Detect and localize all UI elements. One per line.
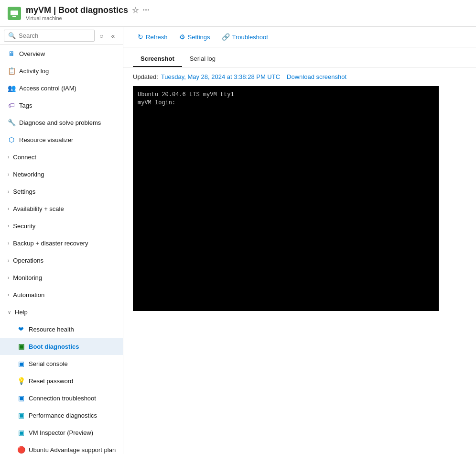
sidebar-item[interactable]: 🏷 Tags <box>0 97 123 114</box>
sidebar-item-label: Backup + disaster recovery <box>13 240 88 247</box>
sidebar-item-vm-inspector[interactable]: ▣ VM Inspector (Preview) <box>0 424 123 441</box>
title-text: myVM | Boot diagnostics <box>26 5 128 15</box>
sidebar-item-serial-console[interactable]: ▣ Serial console <box>0 355 123 372</box>
sidebar-item-label: Activity log <box>19 67 49 75</box>
sidebar-item-label: Connection troubleshoot <box>29 395 96 402</box>
screenshot-container: Ubuntu 20.04.6 LTS myVM tty1 myVM login: <box>133 86 466 311</box>
subtitle-text: Virtual machine <box>26 15 150 21</box>
favorite-icon[interactable]: ☆ <box>132 6 139 15</box>
more-options-icon[interactable]: ··· <box>142 5 150 15</box>
boot-diagnostics-icon: ▣ <box>17 343 25 350</box>
activity-log-icon: 📋 <box>8 67 15 75</box>
sidebar-item-label: Connect <box>13 154 36 161</box>
sidebar-item-label: Ubuntu Advantage support plan <box>29 446 116 454</box>
updated-bar: Updated: Tuesday, May 28, 2024 at 3:38:2… <box>123 67 476 86</box>
terminal-output: Ubuntu 20.04.6 LTS myVM tty1 myVM login: <box>138 91 234 107</box>
svg-rect-0 <box>11 11 18 15</box>
diagnose-icon: 🔧 <box>8 119 15 126</box>
chevron-icon: › <box>8 292 9 298</box>
sidebar-item-label: Serial console <box>29 360 68 367</box>
sidebar-item-security[interactable]: › Security <box>0 217 123 234</box>
search-icon: 🔍 <box>8 32 16 39</box>
sidebar: 🔍 ○ « 🖥 Overview 📋 Activity log 👥 Access… <box>0 27 123 454</box>
sidebar-item-ubuntu-advantage[interactable]: 🔴 Ubuntu Advantage support plan <box>0 441 123 454</box>
vm-screenshot: Ubuntu 20.04.6 LTS myVM tty1 myVM login: <box>133 86 439 311</box>
connection-troubleshoot-icon: ▣ <box>17 394 25 402</box>
resource-visualizer-icon: ⬡ <box>8 136 15 144</box>
search-container[interactable]: 🔍 <box>4 30 95 42</box>
sidebar-item-connect[interactable]: › Connect <box>0 148 123 166</box>
page-header: myVM | Boot diagnostics ☆ ··· Virtual ma… <box>0 0 476 27</box>
overview-icon: 🖥 <box>8 50 15 57</box>
sidebar-item-label: Performance diagnostics <box>29 412 97 419</box>
sidebar-item-settings[interactable]: › Settings <box>0 183 123 200</box>
chevron-icon: › <box>8 189 9 194</box>
settings-icon: ⚙ <box>179 33 185 41</box>
sidebar-item[interactable]: 🖥 Overview <box>0 45 123 62</box>
collapse-panel-button[interactable]: « <box>108 30 118 42</box>
sidebar-item-label: Operations <box>13 257 43 264</box>
sidebar-item-automation[interactable]: › Automation <box>0 286 123 303</box>
content-area: ↻ Refresh ⚙ Settings 🔗 Troubleshoot Scre… <box>123 27 476 454</box>
sidebar-item[interactable]: 🔧 Diagnose and solve problems <box>0 114 123 131</box>
tags-icon: 🏷 <box>8 101 15 109</box>
sidebar-item-label: Resource health <box>29 326 74 333</box>
sidebar-item-label: Help <box>15 309 28 316</box>
sidebar-item-availability[interactable]: › Availability + scale <box>0 200 123 217</box>
updated-date: Tuesday, May 28, 2024 at 3:38:28 PM UTC <box>161 73 280 80</box>
sidebar-item-label: Settings <box>13 188 35 195</box>
refresh-icon: ↻ <box>138 33 143 41</box>
settings-button[interactable]: ⚙ Settings <box>174 31 215 43</box>
chevron-icon: › <box>8 258 9 263</box>
refresh-label: Refresh <box>146 33 168 41</box>
sidebar-item-performance-diagnostics[interactable]: ▣ Performance diagnostics <box>0 407 123 424</box>
reset-password-icon: 💡 <box>17 377 25 385</box>
sidebar-item-label: VM Inspector (Preview) <box>29 429 93 436</box>
tab-serial-log[interactable]: Serial log <box>182 51 223 67</box>
updated-label: Updated: <box>133 73 158 80</box>
chevron-icon: › <box>8 206 9 211</box>
sidebar-item-label: Tags <box>19 102 32 109</box>
sidebar-item-resource-health[interactable]: ❤ Resource health <box>0 321 123 338</box>
sidebar-item-label: Monitoring <box>13 274 42 281</box>
sidebar-item[interactable]: 👥 Access control (IAM) <box>0 79 123 97</box>
sidebar-item-label: Reset password <box>29 377 73 385</box>
tab-screenshot[interactable]: Screenshot <box>133 51 182 67</box>
chevron-icon: › <box>8 275 9 280</box>
sidebar-item-label: Availability + scale <box>13 205 64 212</box>
sidebar-item[interactable]: 📋 Activity log <box>0 62 123 79</box>
header-title-block: myVM | Boot diagnostics ☆ ··· Virtual ma… <box>26 5 150 21</box>
sidebar-item[interactable]: ⬡ Resource visualizer <box>0 131 123 148</box>
chevron-icon: › <box>8 223 9 229</box>
settings-label: Settings <box>188 33 210 41</box>
sidebar-item-backup[interactable]: › Backup + disaster recovery <box>0 234 123 252</box>
sidebar-item-connection-troubleshoot[interactable]: ▣ Connection troubleshoot <box>0 389 123 407</box>
sidebar-item-reset-password[interactable]: 💡 Reset password <box>0 372 123 389</box>
vm-inspector-icon: ▣ <box>17 429 25 436</box>
chevron-icon: › <box>8 155 9 160</box>
chevron-icon: › <box>8 172 9 177</box>
sidebar-controls: 🔍 ○ « <box>0 27 123 45</box>
main-layout: 🔍 ○ « 🖥 Overview 📋 Activity log 👥 Access… <box>0 27 476 454</box>
sidebar-item-help[interactable]: ∨ Help <box>0 303 123 321</box>
content-toolbar: ↻ Refresh ⚙ Settings 🔗 Troubleshoot <box>123 27 476 47</box>
download-screenshot-link[interactable]: Download screenshot <box>287 73 346 80</box>
sidebar-item-operations[interactable]: › Operations <box>0 252 123 269</box>
sidebar-item-monitoring[interactable]: › Monitoring <box>0 269 123 286</box>
troubleshoot-icon: 🔗 <box>222 33 230 41</box>
sidebar-item-label: Diagnose and solve problems <box>19 119 101 126</box>
serial-console-icon: ▣ <box>17 360 25 367</box>
collapse-button[interactable]: ○ <box>97 30 106 42</box>
page-title: myVM | Boot diagnostics ☆ ··· <box>26 5 150 15</box>
search-input[interactable] <box>19 32 90 39</box>
tab-bar: Screenshot Serial log <box>123 51 476 67</box>
refresh-button[interactable]: ↻ Refresh <box>133 31 173 43</box>
sidebar-item-boot-diagnostics[interactable]: ▣ Boot diagnostics <box>0 338 123 355</box>
troubleshoot-button[interactable]: 🔗 Troubleshoot <box>217 31 273 43</box>
resource-health-icon: ❤ <box>17 325 25 333</box>
performance-diagnostics-icon: ▣ <box>17 411 25 419</box>
sidebar-item-label: Access control (IAM) <box>19 85 76 92</box>
terminal-line-1: Ubuntu 20.04.6 LTS myVM tty1 <box>138 91 234 99</box>
chevron-down-icon: ∨ <box>8 310 11 315</box>
sidebar-item-networking[interactable]: › Networking <box>0 166 123 183</box>
